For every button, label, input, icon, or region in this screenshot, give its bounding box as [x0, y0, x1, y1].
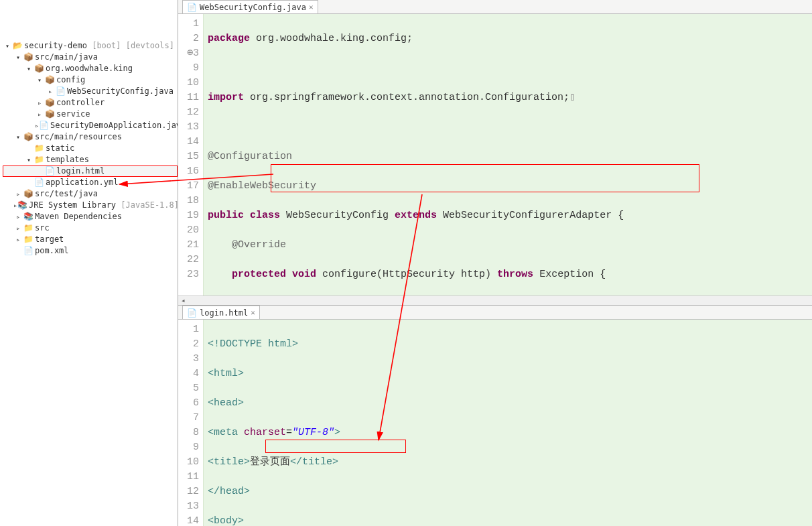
close-icon[interactable]: ✕	[251, 308, 255, 317]
tab-label: WebSecurityConfig.java	[200, 3, 306, 12]
tree-src-main-java[interactable]: ▾📦src/main/java	[3, 52, 178, 63]
editor-area: 📄 WebSecurityConfig.java ✕ 1 2 ⊕3 9 10 1…	[178, 0, 812, 526]
close-icon[interactable]: ✕	[309, 3, 314, 11]
tab-websecurityconfig[interactable]: 📄 WebSecurityConfig.java ✕	[182, 0, 318, 13]
tree-pom-xml[interactable]: 📄pom.xml	[3, 245, 178, 257]
gutter-java: 1 2 ⊕3 9 10 11 12 13 14 15 16 17 18 19 2…	[178, 14, 204, 295]
highlight-box-form-action	[265, 440, 406, 453]
tree-login-html[interactable]: 📄login.html	[3, 166, 178, 177]
tree-maven-deps[interactable]: ▹📚Maven Dependencies	[3, 211, 178, 222]
tab-login-html[interactable]: 📄 login.html ✕	[182, 306, 260, 319]
tree-config-package[interactable]: ▾📦config	[3, 74, 178, 86]
tree-securitydemoapp[interactable]: ▹📄SecurityDemoApplication.java	[3, 120, 178, 131]
editor-java[interactable]: 1 2 ⊕3 9 10 11 12 13 14 15 16 17 18 19 2…	[178, 14, 812, 295]
tabbar-top: 📄 WebSecurityConfig.java ✕	[178, 0, 812, 14]
project-explorer[interactable]: ▾📂 security-demo [boot] [devtools] ▾📦src…	[0, 0, 178, 526]
code-java[interactable]: package org.woodwhale.king.config; impor…	[204, 14, 812, 295]
tree-static-folder[interactable]: 📁static	[3, 143, 178, 154]
tree-jre-library[interactable]: ▹📚 JRE System Library [JavaSE-1.8]	[3, 200, 178, 211]
tree-src-main-resources[interactable]: ▾📦src/main/resources	[3, 131, 178, 143]
tree-templates-folder[interactable]: ▾📁templates	[3, 154, 178, 166]
tab-label: login.html	[200, 308, 248, 318]
tree-controller-package[interactable]: ▹📦controller	[3, 97, 178, 109]
tree-decoration: [boot] [devtools]	[92, 40, 174, 52]
tree-websecurityconfig[interactable]: ▹📄WebSecurityConfig.java	[3, 86, 178, 97]
tree-label: security-demo	[24, 40, 87, 52]
editor-html[interactable]: 1 2 3 4 5 6 7 8 9 10 11 12 13 14 <!DOCTY…	[178, 320, 812, 526]
java-file-icon: 📄	[187, 3, 197, 12]
code-html[interactable]: <!DOCTYPE html> <html> <head> <meta char…	[204, 320, 812, 526]
editor-split-bottom: 📄 login.html ✕ 1 2 3 4 5 6 7 8 9 10 11 1…	[178, 305, 812, 526]
tree-service-package[interactable]: ▹📦service	[3, 109, 178, 120]
gutter-html: 1 2 3 4 5 6 7 8 9 10 11 12 13 14	[178, 320, 204, 526]
tree-application-yml[interactable]: 📄application.yml	[3, 177, 178, 188]
tree-src-folder[interactable]: ▹📁src	[3, 222, 178, 234]
tree-base-package[interactable]: ▾📦org.woodwhale.king	[3, 63, 178, 74]
html-file-icon: 📄	[187, 308, 197, 318]
tree-src-test-java[interactable]: ▹📦src/test/java	[3, 188, 178, 200]
tree-project-root[interactable]: ▾📂 security-demo [boot] [devtools]	[3, 40, 178, 52]
tree-target-folder[interactable]: ▹📁target	[3, 234, 178, 245]
tabbar-bottom: 📄 login.html ✕	[178, 306, 812, 320]
hscrollbar-java[interactable]: ◂	[178, 295, 812, 305]
